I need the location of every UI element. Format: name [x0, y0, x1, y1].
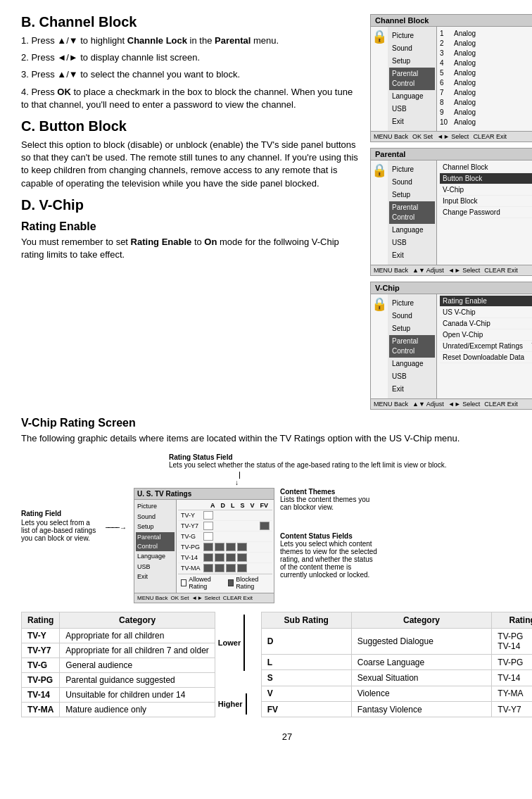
- channel-row: 1Analog: [438, 28, 532, 38]
- lower-higher-bracket: Lower Higher: [215, 612, 250, 717]
- sidebar-parental: Parental Control: [389, 68, 435, 90]
- channel-block-footer: MENU BackOK Set◄► SelectCLEAR Exit: [371, 131, 532, 141]
- vchip-title: V-Chip: [371, 282, 532, 294]
- p-sidebar-setup: Setup: [389, 189, 435, 201]
- channel-row: 5Analog: [438, 68, 532, 77]
- v-sidebar-parental: Parental Control: [389, 335, 435, 358]
- sidebar-sound: Sound: [389, 42, 435, 55]
- col-category-right: Category: [351, 612, 492, 629]
- vchip-screen-sidebar: Picture Sound Setup Parental Control Lan…: [134, 500, 177, 593]
- rating-status-annotation: Rating Status Field Lets you select whet…: [169, 453, 532, 469]
- higher-label: Higher: [218, 700, 243, 708]
- table-row: L Coarse Language TV-PG: [261, 655, 532, 670]
- channel-block-menu: Channel Block 🔒 Picture Sound Setup Pare…: [370, 14, 532, 142]
- channel-block-title: Channel Block: [371, 15, 532, 27]
- parental-footer: MENU Back▲▼ Adjust◄► SelectCLEAR Exit: [371, 265, 532, 275]
- col-sub-rating: Sub Rating: [261, 612, 351, 629]
- channel-row: 9Analog: [438, 107, 532, 117]
- vchip-row-tvg: TV-G: [178, 531, 272, 542]
- p-sidebar-usb: USB: [389, 237, 435, 249]
- step-2: 2. Press ◄/► to display channle list scr…: [21, 51, 359, 64]
- table-row: TV-PG Parental guidance suggested: [22, 673, 215, 688]
- vchip-items: Rating EnableOn US V-Chip▶ Canada V-Chip…: [437, 294, 532, 398]
- sidebar-usb: USB: [389, 103, 435, 115]
- table-row: TY-MA Mature audience only: [22, 703, 215, 717]
- section-d-subtitle: Rating Enable: [21, 220, 359, 233]
- vchip-footer: MENU Back▲▼ Adjust◄► SelectCLEAR Exit: [371, 398, 532, 409]
- page-number: 27: [21, 731, 532, 742]
- lock-icon-3: 🔒: [371, 294, 388, 314]
- parental-title: Parental: [371, 149, 532, 161]
- vchip-settings-menu: V-Chip 🔒 Picture Sound Setup Parental Co…: [370, 282, 532, 410]
- table-row: V Violence TY-MA: [261, 686, 532, 701]
- v-sidebar-setup: Setup: [389, 322, 435, 335]
- v-sidebar-exit: Exit: [389, 383, 435, 396]
- col-category: Category: [60, 612, 215, 629]
- rating-table-left: Rating Category TV-Y Appropriate for all…: [21, 612, 215, 717]
- parental-menu: Parental 🔒 Picture Sound Setup Parental …: [370, 148, 532, 276]
- menu-open-vchip: Open V-Chip▶: [440, 329, 532, 341]
- vchip-rating-screen: Rating Status Field Lets you select whet…: [134, 453, 532, 603]
- vchip-screen-title: V-Chip Rating Screen: [21, 417, 532, 429]
- parental-sidebar: Picture Sound Setup Parental Control Lan…: [388, 161, 437, 265]
- channel-block-sidebar: Picture Sound Setup Parental Control Lan…: [388, 27, 437, 131]
- table-row: FV Fantasy Violence TV-Y7: [261, 701, 532, 717]
- rating-field-desc: Lets you select from a list of age-based…: [21, 519, 99, 542]
- rating-field-annotation: Rating Field Lets you select from a list…: [21, 453, 99, 542]
- channel-row: 3Analog: [438, 48, 532, 58]
- lock-icon-2: 🔒: [371, 161, 388, 180]
- col-rating-right: Rating: [492, 612, 532, 629]
- channel-row: 4Analog: [438, 58, 532, 68]
- vchip-row-tv14: TV-14: [178, 553, 272, 563]
- vchip-screen-footer: MENU BackOK Set◄► SelectCLEAR Exit: [134, 593, 274, 603]
- lock-icon: 🔒: [371, 27, 388, 46]
- channel-row: 6Analog: [438, 77, 532, 87]
- content-themes-annotation: Content Themes Lists the content themes …: [280, 488, 379, 511]
- table-row: TV-14 Unsuitable for children under 14: [22, 688, 215, 703]
- vchip-sidebar: Picture Sound Setup Parental Control Lan…: [388, 294, 437, 398]
- section-c-desc: Select this option to block (disable) or…: [21, 139, 359, 190]
- table-row: S Sexual Situation TV-14: [261, 670, 532, 686]
- rating-tables: Rating Category TV-Y Appropriate for all…: [21, 612, 532, 717]
- p-sidebar-exit: Exit: [389, 249, 435, 262]
- menu-rating-enable: Rating EnableOn: [440, 296, 532, 307]
- step-4: 4. Press OK to place a checkmark in the …: [21, 86, 359, 111]
- table-row: D Suggested Dialogue TV-PGTV-14: [261, 629, 532, 655]
- vchip-row-tvpg: TV-PG: [178, 542, 272, 553]
- vchip-row-tvma: TV-MA: [178, 563, 272, 574]
- section-d-desc: You must remember to set Rating Enable t…: [21, 236, 359, 261]
- col-rating: Rating: [22, 612, 60, 629]
- channel-row: 7Analog: [438, 87, 532, 97]
- channel-list: 1Analog 2Analog 3Analog 4Analog 5Analog …: [437, 27, 532, 131]
- table-row: TV-G General audience: [22, 658, 215, 673]
- p-sidebar-language: Language: [389, 224, 435, 237]
- vchip-screen-content: ADLSVFV TV-Y: [177, 500, 274, 593]
- vchip-screen-desc: The following graphic details where item…: [21, 432, 532, 445]
- menu-vchip: V-Chip▶: [440, 184, 532, 196]
- parental-items: Channel Block▶ Button BlockOff V-Chip▶ I…: [437, 161, 532, 265]
- sidebar-picture: Picture: [389, 30, 435, 42]
- vchip-row-tvy7: TV-Y7: [178, 521, 272, 531]
- vchip-legend: Allowed Rating Blocked Rating: [178, 574, 272, 591]
- v-sidebar-language: Language: [389, 358, 435, 370]
- p-sidebar-sound: Sound: [389, 176, 435, 189]
- menu-us-vchip: US V-Chip▶: [440, 307, 532, 318]
- section-d-title: D. V-Chip: [21, 197, 359, 213]
- menu-canada-vchip: Canada V-Chip▶: [440, 318, 532, 329]
- vchip-screen-box: U. S. TV Ratings Picture Sound Setup Par…: [134, 488, 274, 603]
- vchip-col-headers: ADLSVFV: [178, 501, 272, 510]
- menu-input-block: Input Block▶: [440, 196, 532, 207]
- step-3: 3. Press ▲/▼ to select the channel you w…: [21, 68, 359, 81]
- v-sidebar-picture: Picture: [389, 297, 435, 310]
- rating-field-title: Rating Field: [21, 510, 99, 517]
- right-annotations: Content Themes Lists the content themes …: [280, 488, 379, 579]
- arrow-left: →: [106, 453, 127, 531]
- menu-reset-data: Reset Downloadable Data▶: [440, 352, 532, 363]
- section-b-title: B. Channel Block: [21, 14, 359, 30]
- step-1: 1. Press ▲/▼ to highlight Channle Lock i…: [21, 34, 359, 47]
- vchip-row-tvy: TV-Y: [178, 510, 272, 521]
- table-row: TV-Y7 Appropriate for all children 7 and…: [22, 643, 215, 658]
- rating-table-right: Sub Rating Category Rating D Suggested D…: [261, 612, 532, 717]
- v-sidebar-usb: USB: [389, 370, 435, 383]
- channel-row: 8Analog: [438, 97, 532, 107]
